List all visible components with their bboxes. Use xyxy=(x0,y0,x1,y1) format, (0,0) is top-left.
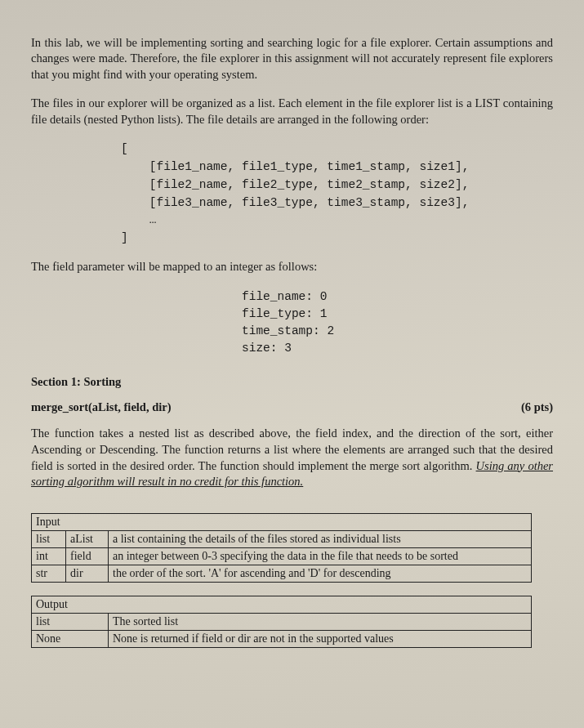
output-table: Output list The sorted list None None is… xyxy=(31,596,532,648)
field-map-codeblock: file_name: 0 file_type: 1 time_stamp: 2 … xyxy=(242,288,553,357)
input-desc-cell: a list containing the details of the fil… xyxy=(109,530,532,547)
output-desc-cell: The sorted list xyxy=(109,613,532,630)
field-map-intro: The field parameter will be mapped to an… xyxy=(31,259,553,275)
function-description: The function takes a nested list as desc… xyxy=(31,426,553,489)
function-signature: merge_sort(aList, field, dir) xyxy=(31,400,172,414)
input-row: list aList a list containing the details… xyxy=(32,530,532,547)
function-description-text: The function takes a nested list as desc… xyxy=(31,427,553,471)
file-list-codeblock: [ [file1_name, file1_type, time1_stamp, … xyxy=(121,141,553,248)
input-row: int field an integer between 0-3 specify… xyxy=(32,547,532,565)
output-row: None None is returned if field or dir ar… xyxy=(32,630,532,647)
input-name-cell: field xyxy=(66,547,109,565)
input-row: str dir the order of the sort. 'A' for a… xyxy=(32,565,532,582)
input-header: Input xyxy=(32,513,532,530)
output-type-cell: list xyxy=(32,613,109,630)
output-header-row: Output xyxy=(32,596,532,613)
assignment-page: In this lab, we will be implementing sor… xyxy=(0,0,584,677)
input-name-cell: dir xyxy=(66,565,109,582)
intro-paragraph-1: In this lab, we will be implementing sor… xyxy=(31,35,553,83)
output-desc-cell: None is returned if field or dir are not… xyxy=(109,630,532,647)
input-table: Input list aList a list containing the d… xyxy=(31,513,532,583)
output-type-cell: None xyxy=(32,630,109,647)
section-1-heading: Section 1: Sorting xyxy=(31,375,553,389)
input-type-cell: str xyxy=(32,565,66,582)
input-desc-cell: an integer between 0-3 specifying the da… xyxy=(109,547,532,565)
output-row: list The sorted list xyxy=(32,613,532,630)
points-label: (6 pts) xyxy=(521,400,553,414)
input-header-row: Input xyxy=(32,513,532,530)
input-desc-cell: the order of the sort. 'A' for ascending… xyxy=(109,565,532,582)
input-type-cell: list xyxy=(32,530,66,547)
function-signature-row: merge_sort(aList, field, dir) (6 pts) xyxy=(31,400,553,414)
input-name-cell: aList xyxy=(66,530,109,547)
output-header: Output xyxy=(32,596,532,613)
input-type-cell: int xyxy=(32,547,66,565)
intro-paragraph-2: The files in our explorer will be organi… xyxy=(31,96,553,127)
